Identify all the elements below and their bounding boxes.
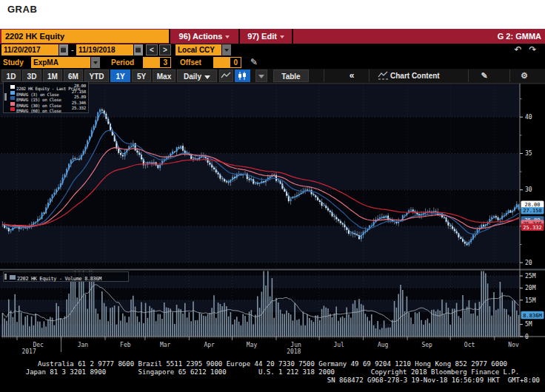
svg-text:25M: 25M [525,273,536,280]
legend-item: EMAVG (15) on Close25.89 [4,95,87,101]
svg-text:28.00: 28.00 [524,202,540,208]
volume-legend[interactable]: 2202 HK Equity - Volume8.836M [3,271,129,282]
range-tab-3d[interactable]: 3D [22,70,41,82]
svg-text:Oct: Oct [464,342,475,348]
currency-dropdown-icon[interactable] [221,44,231,55]
chevron-down-icon [204,75,210,79]
legend-item: 2202 HK Equity - Volume8.836M [4,272,128,281]
svg-text:Nov: Nov [508,342,519,348]
range-tab-1m[interactable]: 1M [43,70,62,82]
bloomberg-terminal-window: 202530354025M20M15M5M0DecJanFebMarAprMay… [0,0,545,392]
study-select[interactable]: ExpMA [31,57,90,68]
svg-text:Mar: Mar [160,342,171,348]
collapse-panel-button[interactable]: « [341,70,363,82]
svg-text:Apr: Apr [204,342,215,348]
prev-period-button[interactable]: < [146,44,158,55]
legend-item: EMAVG (3) on Close27.158 [4,89,87,95]
footer-phone-line: Japan 81 3 3201 8900 Singapore 65 6212 1… [0,368,545,376]
chart-content-icon [376,70,389,82]
line-chart-type-icon[interactable] [219,70,233,82]
range-tab-max[interactable]: Max [153,70,175,82]
window-header: GRAB [0,0,545,29]
legend-value: 8.836M [84,276,101,282]
legend-item: EMAVG (60) on Close25.332 [4,106,87,112]
svg-text:Jun: Jun [290,342,301,348]
svg-text:30: 30 [525,186,532,193]
svg-text:2018: 2018 [287,348,301,355]
svg-text:15M: 15M [525,297,536,304]
svg-text:May: May [247,342,258,348]
svg-text:35: 35 [525,150,532,157]
legend-swatch [10,91,15,95]
svg-text:40: 40 [525,114,532,121]
svg-text:Aug: Aug [378,342,389,348]
legend-swatch [10,275,16,280]
legend-value: 25.332 [72,106,86,112]
legend-label: 2202 HK Equity - Volume [17,276,81,282]
annotate-icon[interactable]: ✎ [475,70,493,82]
window-title: GRAB [7,4,37,15]
period-label: Period [111,57,134,68]
legend-label: EMAVG (60) on Close [16,109,61,113]
svg-text:2017: 2017 [21,348,36,355]
range-tab-5y[interactable]: 5Y [132,70,151,82]
annotate-pencil-icon[interactable]: ✎ [250,56,258,68]
currency-select[interactable]: Local CCY [175,44,221,55]
legend-item: 2202 HK Equity - Last Price28.00 [4,84,87,89]
svg-text:20M: 20M [525,285,536,291]
legend-value: 25.89 [74,95,86,101]
settings-gear-icon[interactable]: ⚙ [515,70,533,82]
chart-content-button[interactable]: Chart Content [390,70,449,82]
range-tab-6m[interactable]: 6M [64,70,83,82]
legend-value: 28.00 [74,84,86,89]
start-date-input[interactable]: 11/20/2017 [1,44,58,55]
function-title-bar: 2202 HK Equity 96) Actions 97) Edit G 2:… [0,29,545,44]
legend-swatch [10,96,15,100]
legend-swatch [10,107,15,111]
svg-text:27.158: 27.158 [523,208,541,214]
price-legend[interactable]: 2202 HK Equity - Last Price28.00EMAVG (3… [3,81,89,113]
svg-text:5M: 5M [525,321,532,328]
offset-input[interactable]: 0 [213,57,241,68]
candlestick-chart-type-icon[interactable] [235,70,250,82]
legend-item: EMAVG (30) on Close25.346 [4,101,87,107]
svg-text:Sep: Sep [421,342,432,348]
calendar-icon[interactable] [133,44,143,55]
svg-text:Feb: Feb [120,342,131,348]
edit-button[interactable]: 97) Edit [238,29,293,44]
svg-text:Dec: Dec [33,342,44,348]
actions-button[interactable]: 96) Actions [169,29,240,44]
footer-phone-line: Australia 61 2 9777 8600 Brazil 5511 239… [0,360,545,368]
svg-text:20: 20 [525,260,532,266]
svg-text:Jan: Jan [78,342,89,348]
calendar-icon[interactable] [58,44,68,55]
range-tab-1d[interactable]: 1D [1,70,21,82]
svg-text:0: 0 [525,334,529,340]
study-bar: Study ExpMA Period 3 Offset 0 ✎ [0,56,545,69]
period-input[interactable]: 3 [143,57,171,68]
undo-icon[interactable]: ↶ [512,44,524,55]
end-date-input[interactable]: 11/19/2018 [76,44,133,55]
terminal-footer: Australia 61 2 9777 8600 Brazil 5511 239… [0,358,545,392]
range-tab-ytd[interactable]: YTD [84,70,109,82]
chart-type-dropdown-icon[interactable] [255,70,267,82]
frequency-select[interactable]: Daily [177,70,217,82]
svg-text:8.836M: 8.836M [523,313,541,319]
table-button[interactable]: Table [273,70,309,82]
study-dropdown-icon[interactable] [90,57,100,68]
date-range-bar: 11/20/2017 - 11/19/2018 < > Local CCY ↶ … [0,44,545,56]
chevron-down-icon [225,36,230,38]
chart-title: G 2: GMMA [498,29,541,44]
redo-icon[interactable]: ↷ [526,44,539,55]
legend-swatch [10,102,15,106]
security-input[interactable]: 2202 HK Equity [1,30,169,43]
range-tab-1y[interactable]: 1Y [110,70,130,82]
offset-label: Offset [180,57,201,68]
study-label: Study [3,57,24,68]
legend-value: 27.158 [72,89,86,95]
chevron-down-icon [280,36,284,38]
svg-text:25.332: 25.332 [523,225,541,231]
svg-text:Jul: Jul [333,342,344,348]
next-period-button[interactable]: > [159,44,171,55]
footer-session-line: SN 868472 G968-278-3 19-Nov-18 16:56:09 … [0,376,545,384]
